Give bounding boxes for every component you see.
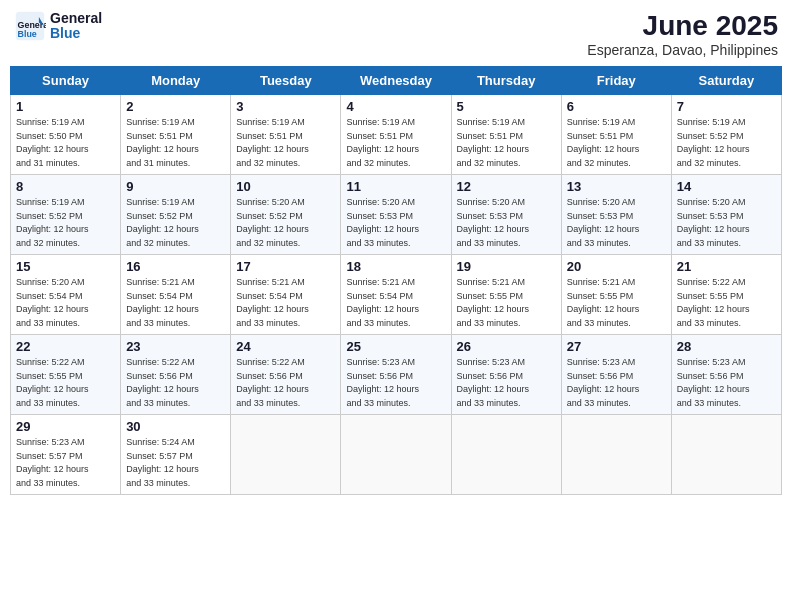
header-row: SundayMondayTuesdayWednesdayThursdayFrid… [11, 67, 782, 95]
day-number: 24 [236, 339, 335, 354]
day-cell: 23Sunrise: 5:22 AM Sunset: 5:56 PM Dayli… [121, 335, 231, 415]
day-number: 10 [236, 179, 335, 194]
col-header-sunday: Sunday [11, 67, 121, 95]
day-info: Sunrise: 5:19 AM Sunset: 5:52 PM Dayligh… [126, 196, 225, 250]
day-info: Sunrise: 5:24 AM Sunset: 5:57 PM Dayligh… [126, 436, 225, 490]
day-cell [451, 415, 561, 495]
day-cell: 9Sunrise: 5:19 AM Sunset: 5:52 PM Daylig… [121, 175, 231, 255]
day-number: 12 [457, 179, 556, 194]
day-cell: 26Sunrise: 5:23 AM Sunset: 5:56 PM Dayli… [451, 335, 561, 415]
week-row-1: 1Sunrise: 5:19 AM Sunset: 5:50 PM Daylig… [11, 95, 782, 175]
day-cell: 8Sunrise: 5:19 AM Sunset: 5:52 PM Daylig… [11, 175, 121, 255]
day-cell: 20Sunrise: 5:21 AM Sunset: 5:55 PM Dayli… [561, 255, 671, 335]
day-cell [671, 415, 781, 495]
day-info: Sunrise: 5:21 AM Sunset: 5:55 PM Dayligh… [457, 276, 556, 330]
day-info: Sunrise: 5:21 AM Sunset: 5:54 PM Dayligh… [346, 276, 445, 330]
day-number: 19 [457, 259, 556, 274]
day-cell: 27Sunrise: 5:23 AM Sunset: 5:56 PM Dayli… [561, 335, 671, 415]
calendar-table: SundayMondayTuesdayWednesdayThursdayFrid… [10, 66, 782, 495]
day-number: 29 [16, 419, 115, 434]
day-number: 28 [677, 339, 776, 354]
day-info: Sunrise: 5:23 AM Sunset: 5:56 PM Dayligh… [567, 356, 666, 410]
col-header-monday: Monday [121, 67, 231, 95]
col-header-saturday: Saturday [671, 67, 781, 95]
day-number: 5 [457, 99, 556, 114]
day-number: 16 [126, 259, 225, 274]
day-cell: 28Sunrise: 5:23 AM Sunset: 5:56 PM Dayli… [671, 335, 781, 415]
day-cell: 2Sunrise: 5:19 AM Sunset: 5:51 PM Daylig… [121, 95, 231, 175]
day-number: 2 [126, 99, 225, 114]
day-info: Sunrise: 5:19 AM Sunset: 5:51 PM Dayligh… [457, 116, 556, 170]
day-cell: 16Sunrise: 5:21 AM Sunset: 5:54 PM Dayli… [121, 255, 231, 335]
title-area: June 2025 Esperanza, Davao, Philippines [587, 10, 778, 58]
day-info: Sunrise: 5:21 AM Sunset: 5:54 PM Dayligh… [236, 276, 335, 330]
day-number: 30 [126, 419, 225, 434]
calendar-title: June 2025 [587, 10, 778, 42]
day-cell [341, 415, 451, 495]
day-number: 25 [346, 339, 445, 354]
day-cell: 7Sunrise: 5:19 AM Sunset: 5:52 PM Daylig… [671, 95, 781, 175]
day-info: Sunrise: 5:20 AM Sunset: 5:54 PM Dayligh… [16, 276, 115, 330]
day-number: 27 [567, 339, 666, 354]
day-cell [231, 415, 341, 495]
day-info: Sunrise: 5:21 AM Sunset: 5:54 PM Dayligh… [126, 276, 225, 330]
day-info: Sunrise: 5:23 AM Sunset: 5:57 PM Dayligh… [16, 436, 115, 490]
week-row-4: 22Sunrise: 5:22 AM Sunset: 5:55 PM Dayli… [11, 335, 782, 415]
svg-text:Blue: Blue [18, 29, 37, 39]
day-number: 7 [677, 99, 776, 114]
day-info: Sunrise: 5:19 AM Sunset: 5:50 PM Dayligh… [16, 116, 115, 170]
day-cell: 21Sunrise: 5:22 AM Sunset: 5:55 PM Dayli… [671, 255, 781, 335]
day-cell: 22Sunrise: 5:22 AM Sunset: 5:55 PM Dayli… [11, 335, 121, 415]
day-cell [561, 415, 671, 495]
day-info: Sunrise: 5:20 AM Sunset: 5:53 PM Dayligh… [346, 196, 445, 250]
day-info: Sunrise: 5:22 AM Sunset: 5:55 PM Dayligh… [16, 356, 115, 410]
logo-line1: General [50, 11, 102, 26]
day-info: Sunrise: 5:22 AM Sunset: 5:56 PM Dayligh… [126, 356, 225, 410]
day-number: 8 [16, 179, 115, 194]
logo-icon: General Blue [14, 10, 46, 42]
day-number: 4 [346, 99, 445, 114]
day-number: 23 [126, 339, 225, 354]
day-cell: 5Sunrise: 5:19 AM Sunset: 5:51 PM Daylig… [451, 95, 561, 175]
day-cell: 30Sunrise: 5:24 AM Sunset: 5:57 PM Dayli… [121, 415, 231, 495]
day-cell: 18Sunrise: 5:21 AM Sunset: 5:54 PM Dayli… [341, 255, 451, 335]
logo: General Blue General Blue [14, 10, 102, 42]
day-number: 17 [236, 259, 335, 274]
week-row-2: 8Sunrise: 5:19 AM Sunset: 5:52 PM Daylig… [11, 175, 782, 255]
day-info: Sunrise: 5:20 AM Sunset: 5:53 PM Dayligh… [567, 196, 666, 250]
day-number: 14 [677, 179, 776, 194]
day-cell: 12Sunrise: 5:20 AM Sunset: 5:53 PM Dayli… [451, 175, 561, 255]
week-row-3: 15Sunrise: 5:20 AM Sunset: 5:54 PM Dayli… [11, 255, 782, 335]
day-number: 22 [16, 339, 115, 354]
day-cell: 13Sunrise: 5:20 AM Sunset: 5:53 PM Dayli… [561, 175, 671, 255]
day-number: 1 [16, 99, 115, 114]
day-cell: 15Sunrise: 5:20 AM Sunset: 5:54 PM Dayli… [11, 255, 121, 335]
day-cell: 1Sunrise: 5:19 AM Sunset: 5:50 PM Daylig… [11, 95, 121, 175]
col-header-tuesday: Tuesday [231, 67, 341, 95]
day-info: Sunrise: 5:19 AM Sunset: 5:51 PM Dayligh… [346, 116, 445, 170]
day-cell: 25Sunrise: 5:23 AM Sunset: 5:56 PM Dayli… [341, 335, 451, 415]
day-cell: 14Sunrise: 5:20 AM Sunset: 5:53 PM Dayli… [671, 175, 781, 255]
day-info: Sunrise: 5:19 AM Sunset: 5:52 PM Dayligh… [16, 196, 115, 250]
day-info: Sunrise: 5:19 AM Sunset: 5:51 PM Dayligh… [567, 116, 666, 170]
day-info: Sunrise: 5:21 AM Sunset: 5:55 PM Dayligh… [567, 276, 666, 330]
day-number: 6 [567, 99, 666, 114]
day-number: 3 [236, 99, 335, 114]
day-number: 9 [126, 179, 225, 194]
day-number: 26 [457, 339, 556, 354]
day-number: 18 [346, 259, 445, 274]
day-cell: 10Sunrise: 5:20 AM Sunset: 5:52 PM Dayli… [231, 175, 341, 255]
day-cell: 4Sunrise: 5:19 AM Sunset: 5:51 PM Daylig… [341, 95, 451, 175]
header: General Blue General Blue June 2025 Espe… [10, 10, 782, 58]
day-number: 21 [677, 259, 776, 274]
day-info: Sunrise: 5:23 AM Sunset: 5:56 PM Dayligh… [677, 356, 776, 410]
day-info: Sunrise: 5:19 AM Sunset: 5:51 PM Dayligh… [126, 116, 225, 170]
day-info: Sunrise: 5:20 AM Sunset: 5:52 PM Dayligh… [236, 196, 335, 250]
day-info: Sunrise: 5:20 AM Sunset: 5:53 PM Dayligh… [677, 196, 776, 250]
col-header-wednesday: Wednesday [341, 67, 451, 95]
col-header-friday: Friday [561, 67, 671, 95]
col-header-thursday: Thursday [451, 67, 561, 95]
day-info: Sunrise: 5:23 AM Sunset: 5:56 PM Dayligh… [346, 356, 445, 410]
day-info: Sunrise: 5:22 AM Sunset: 5:56 PM Dayligh… [236, 356, 335, 410]
day-number: 20 [567, 259, 666, 274]
